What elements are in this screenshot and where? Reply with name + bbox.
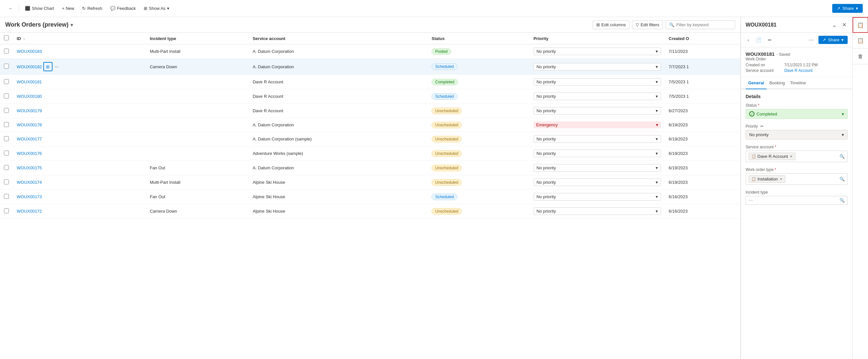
work-order-type-tag-remove[interactable]: ×: [780, 177, 782, 181]
service-account-field: Service account 📋 Dave R Account × 🔍: [746, 145, 848, 162]
priority-text: Emergency: [536, 122, 558, 127]
service-account-field-label: Service account: [746, 145, 848, 149]
right-btn-1[interactable]: 📋: [852, 17, 868, 33]
service-account-meta-value[interactable]: Dave R Account: [784, 68, 812, 73]
row-incident-cell: [146, 75, 248, 89]
show-chart-button[interactable]: ⬛ Show Chart: [22, 4, 57, 12]
row-checkbox[interactable]: [4, 208, 9, 213]
row-id-link[interactable]: WOUX00174: [17, 180, 42, 185]
detail-more-button[interactable]: ⋯: [807, 35, 816, 44]
service-account-field-value[interactable]: 📋 Dave R Account × 🔍: [746, 151, 848, 162]
detail-edit-button[interactable]: ✏: [766, 36, 774, 44]
row-priority-cell: No priority▾: [530, 89, 665, 104]
status-check-icon: ✓: [749, 111, 754, 117]
detail-saved-label: - Saved: [776, 52, 790, 57]
priority-dropdown[interactable]: No priority▾: [534, 164, 661, 172]
row-checkbox[interactable]: [4, 194, 9, 199]
detail-collapse-button[interactable]: ⌄: [830, 21, 839, 29]
row-checkbox[interactable]: [4, 151, 9, 155]
row-id-link[interactable]: WOUX00173: [17, 194, 42, 199]
row-id-link[interactable]: WOUX00175: [17, 166, 42, 170]
table-row: WOUX00182 ⊞ ⋯ Camera DownA. Datum Corpor…: [0, 59, 740, 75]
row-more-icon[interactable]: ⋯: [55, 64, 59, 69]
priority-dropdown[interactable]: No priority▾: [534, 63, 661, 70]
detail-close-button[interactable]: ✕: [841, 20, 848, 29]
row-id-link[interactable]: WOUX00181: [17, 80, 42, 84]
detail-wo-id: WOUX00181: [746, 51, 774, 57]
row-priority-cell: No priority▾: [530, 59, 665, 75]
status-field-value[interactable]: ✓ Completed ▾: [746, 109, 848, 119]
row-id-link[interactable]: WOUX00172: [17, 209, 42, 214]
row-open-icon[interactable]: ⊞: [43, 62, 53, 71]
row-id-link[interactable]: WOUX00183: [17, 49, 42, 54]
new-button[interactable]: + New: [59, 4, 78, 12]
priority-dropdown[interactable]: No priority▾: [534, 107, 661, 115]
work-order-type-field: Work order type 📋 Installation × 🔍: [746, 167, 848, 185]
select-all-checkbox[interactable]: [4, 35, 9, 40]
priority-field-value[interactable]: No priority ▾: [746, 130, 848, 140]
show-chart-label: Show Chart: [32, 6, 54, 11]
row-created-cell: 7/11/2023: [665, 44, 740, 59]
row-checkbox[interactable]: [4, 108, 9, 113]
detail-share-button[interactable]: ↗ Share ▾: [818, 36, 848, 44]
edit-columns-button[interactable]: ⊞ Edit columns: [593, 20, 629, 29]
incident-type-field: Incident type --- 🔍: [746, 190, 848, 205]
priority-dropdown[interactable]: No priority▾: [534, 193, 661, 201]
row-id-link[interactable]: WOUX00182: [17, 64, 42, 69]
row-checkbox[interactable]: [4, 93, 9, 98]
incident-type-field-value[interactable]: --- 🔍: [746, 196, 848, 205]
row-checkbox[interactable]: [4, 49, 9, 54]
row-service-account-cell: Alpine Ski House: [249, 175, 428, 190]
show-as-button[interactable]: ⊞ Show As ▾: [141, 4, 173, 12]
priority-dropdown[interactable]: No priority▾: [534, 207, 661, 215]
row-checkbox[interactable]: [4, 179, 9, 184]
row-incident-cell: [146, 89, 248, 104]
back-button[interactable]: ←: [5, 4, 16, 12]
priority-dropdown[interactable]: No priority▾: [534, 78, 661, 86]
priority-text: No priority: [536, 80, 556, 84]
priority-edit-icon[interactable]: ✏: [761, 124, 764, 129]
work-order-type-search-icon[interactable]: 🔍: [839, 177, 845, 181]
row-checkbox[interactable]: [4, 165, 9, 170]
work-order-type-field-value[interactable]: 📋 Installation × 🔍: [746, 173, 848, 185]
row-checkbox[interactable]: [4, 136, 9, 141]
work-orders-table: ID ↓ Incident type Service account Statu…: [0, 33, 740, 218]
search-input[interactable]: [676, 22, 732, 27]
row-id-link[interactable]: WOUX00178: [17, 122, 42, 127]
priority-dropdown[interactable]: No priority▾: [534, 179, 661, 186]
service-account-tag-remove[interactable]: ×: [790, 154, 793, 159]
priority-dropdown[interactable]: No priority▾: [534, 135, 661, 143]
show-as-label: Show As: [149, 6, 166, 11]
tab-booking[interactable]: Booking: [767, 77, 787, 89]
right-btn-2[interactable]: 📋: [852, 33, 868, 49]
tab-general[interactable]: General: [746, 77, 767, 89]
row-checkbox[interactable]: [4, 122, 9, 127]
toolbar: ← ⬛ Show Chart + New ↻ Refresh 💬 Feedbac…: [0, 0, 868, 17]
priority-dropdown[interactable]: No priority▾: [534, 93, 661, 100]
service-account-search-icon[interactable]: 🔍: [839, 154, 845, 159]
list-title-chevron-icon[interactable]: ▾: [70, 22, 73, 28]
row-checkbox[interactable]: [4, 79, 9, 84]
row-service-account-cell: Dave R Account: [249, 104, 428, 118]
col-id[interactable]: ID ↓: [13, 33, 146, 44]
row-checkbox[interactable]: [4, 64, 9, 68]
priority-dropdown[interactable]: No priority▾: [534, 48, 661, 55]
share-button[interactable]: ↗ Share ▾: [832, 4, 863, 13]
incident-type-search-icon[interactable]: 🔍: [839, 198, 845, 203]
row-id-link[interactable]: WOUX00176: [17, 151, 42, 156]
row-id-link[interactable]: WOUX00179: [17, 108, 42, 113]
feedback-button[interactable]: 💬 Feedback: [107, 4, 139, 12]
status-value-text: Completed: [756, 112, 777, 117]
priority-dropdown[interactable]: No priority▾: [534, 150, 661, 157]
tab-timeline[interactable]: Timeline: [787, 77, 809, 89]
row-id-link[interactable]: WOUX00180: [17, 94, 42, 99]
detail-nav-back-button[interactable]: ‹: [746, 36, 751, 44]
col-incident-type: Incident type: [146, 33, 248, 44]
row-id-link[interactable]: WOUX00177: [17, 137, 42, 142]
right-btn-3[interactable]: 🗑: [852, 49, 868, 64]
detail-nav: ‹ 📄 ✏ ⋯ ↗ Share ▾: [741, 33, 852, 47]
edit-filters-button[interactable]: ▽ Edit filters: [632, 20, 663, 29]
detail-document-button[interactable]: 📄: [754, 36, 763, 44]
priority-dropdown[interactable]: Emergency▾: [534, 121, 661, 128]
refresh-button[interactable]: ↻ Refresh: [79, 4, 106, 12]
